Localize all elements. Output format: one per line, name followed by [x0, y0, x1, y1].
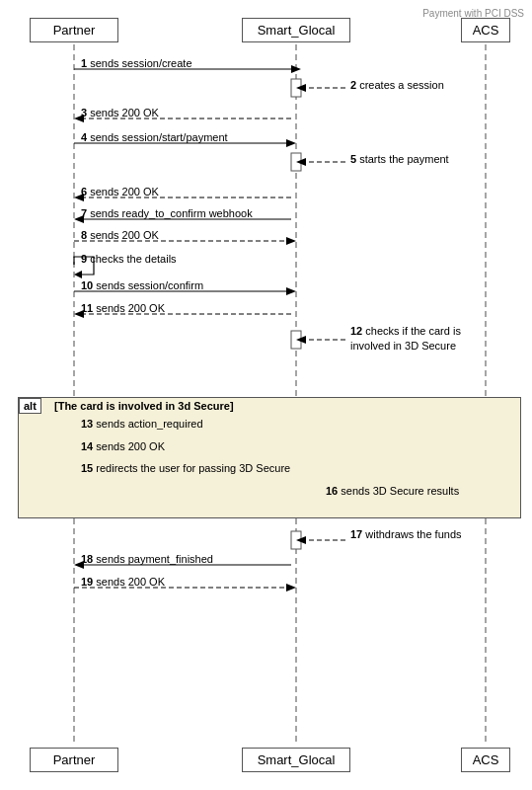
svg-rect-12 — [291, 153, 301, 171]
svg-marker-7 — [296, 84, 306, 92]
sequence-diagram: Payment with PCI DSS — [0, 0, 532, 790]
msg-1-label: 1 sends session/create — [81, 57, 192, 69]
svg-marker-14 — [296, 158, 306, 166]
msg-6-label: 6 sends 200 OK — [81, 186, 159, 198]
lifeline-smart-glocal-bottom: Smart_Glocal — [242, 748, 350, 772]
msg-4-label: 4 sends session/start/payment — [81, 131, 228, 143]
msg-11-label: 11 sends 200 OK — [81, 302, 165, 314]
msg-16-label: 16 sends 3D Secure results — [326, 485, 459, 497]
alt-condition: [The card is involved in 3d Secure] — [54, 400, 234, 412]
msg-2-label: 2 creates a session — [350, 79, 444, 91]
svg-rect-37 — [291, 531, 301, 549]
msg-15-label: 15 redirects the user for passing 3D Sec… — [81, 462, 290, 474]
msg-19-label: 19 sends 200 OK — [81, 576, 165, 588]
arrows-svg — [0, 0, 532, 790]
lifeline-acs-bottom: ACS — [461, 748, 510, 772]
msg-10-label: 10 sends session/confirm — [81, 279, 203, 291]
svg-rect-5 — [291, 79, 301, 97]
msg-5-label: 5 starts the payment — [350, 153, 449, 165]
lifeline-partner-top: Partner — [30, 18, 118, 42]
msg-13-label: 13 sends action_required — [81, 418, 203, 430]
svg-marker-39 — [296, 536, 306, 544]
msg-7-label: 7 sends ready_to_confirm webhook — [81, 207, 253, 219]
msg-3-label: 3 sends 200 OK — [81, 107, 159, 118]
svg-marker-28 — [296, 336, 306, 344]
alt-box: alt [The card is involved in 3d Secure] — [18, 397, 521, 518]
msg-8-label: 8 sends 200 OK — [81, 229, 159, 241]
alt-keyword: alt — [19, 398, 41, 414]
lifeline-smart-glocal-top: Smart_Glocal — [242, 18, 350, 42]
msg-9-label: 9 checks the details — [81, 253, 177, 265]
msg-18-label: 18 sends payment_finished — [81, 553, 213, 565]
svg-marker-21 — [74, 271, 82, 278]
msg-12-label: 12 checks if the card isinvolved in 3D S… — [350, 324, 461, 355]
lifeline-partner-bottom: Partner — [30, 748, 118, 772]
svg-marker-11 — [286, 139, 296, 147]
svg-marker-23 — [286, 287, 296, 295]
svg-marker-20 — [286, 237, 296, 245]
msg-17-label: 17 withdraws the funds — [350, 528, 462, 540]
msg-14-label: 14 sends 200 OK — [81, 440, 165, 452]
svg-rect-26 — [291, 331, 301, 349]
lifeline-acs-top: ACS — [461, 18, 510, 42]
svg-marker-4 — [291, 65, 301, 73]
svg-marker-43 — [286, 584, 296, 592]
